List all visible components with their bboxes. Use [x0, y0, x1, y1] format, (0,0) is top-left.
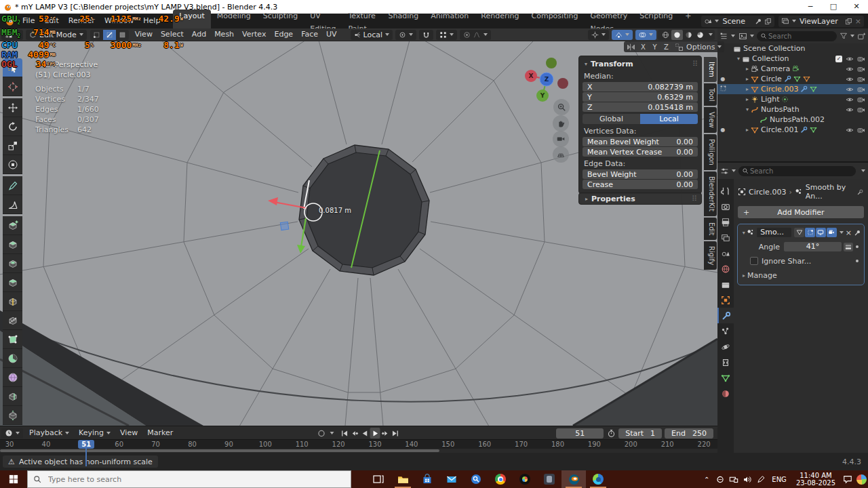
modifier-editmode-toggle[interactable]	[805, 228, 815, 237]
pivot-dropdown[interactable]	[395, 30, 416, 40]
hide-eye-icon[interactable]	[846, 96, 854, 104]
hide-eye-icon[interactable]	[846, 65, 854, 73]
next-keyframe-button[interactable]	[380, 428, 391, 439]
tool-spin[interactable]	[3, 349, 22, 368]
disable-render-icon[interactable]	[857, 85, 865, 94]
properties-search-input[interactable]	[749, 167, 799, 176]
viewlayer-selector[interactable]: ViewLayer ×	[778, 16, 864, 27]
outliner-item-circle-003[interactable]: ▸Circle.003	[717, 84, 868, 94]
n-panel-tab-view[interactable]: View	[704, 107, 717, 133]
taskbar-search[interactable]	[27, 470, 351, 488]
disable-render-icon[interactable]	[857, 65, 865, 73]
tool-extrude-region[interactable]	[3, 235, 22, 254]
tool-select-box[interactable]	[3, 58, 22, 77]
viewport-menu-uv[interactable]: UV	[322, 28, 341, 41]
pan-button[interactable]	[553, 115, 569, 131]
properties-tab-viewlayer[interactable]	[717, 230, 734, 245]
timeline-ruler[interactable]: 3040607080901001101201301401501601701801…	[0, 439, 717, 449]
timeline-editor-button[interactable]	[1, 428, 23, 439]
outliner-item-collection[interactable]: ▾Collection✓	[717, 54, 868, 64]
auto-key-button[interactable]	[317, 429, 326, 438]
field-bevel-weight[interactable]: Bevel Weight0.00	[583, 169, 698, 179]
tool-knife[interactable]	[3, 311, 22, 330]
outliner-search-input[interactable]	[767, 32, 817, 41]
taskbar-app-task-view[interactable]	[366, 470, 391, 488]
viewport-menu-view[interactable]: View	[131, 28, 157, 41]
tool-add-cube[interactable]	[3, 216, 22, 235]
edge-select-button[interactable]	[103, 30, 116, 40]
language-indicator[interactable]: ENG	[772, 476, 787, 483]
ignore-animate-dot[interactable]	[856, 260, 859, 262]
taskbar-app-store[interactable]	[415, 470, 439, 488]
properties-tab-tool[interactable]	[717, 183, 734, 199]
timeline-menu-playback[interactable]: Playback	[24, 426, 74, 440]
orientation-dropdown[interactable]: Local	[351, 30, 393, 40]
copy-icon[interactable]	[845, 18, 852, 25]
pin-icon[interactable]	[755, 18, 762, 25]
mirror-x-button[interactable]: X	[638, 43, 648, 52]
tray-app-icon[interactable]	[713, 475, 727, 484]
modifier-expand-icon[interactable]: ▾	[741, 230, 747, 236]
remove-viewlayer-icon[interactable]: ×	[855, 17, 861, 26]
mode-dropdown[interactable]: Edit Mode	[26, 30, 87, 40]
display-icon[interactable]	[727, 475, 741, 484]
show-gizmo-dropdown[interactable]	[588, 30, 609, 40]
tool-scale[interactable]	[3, 136, 22, 155]
hide-eye-icon[interactable]	[846, 106, 854, 114]
properties-tab-render[interactable]	[717, 199, 734, 214]
viewport-menu-edge[interactable]: Edge	[270, 28, 297, 41]
taskbar-app-chrome[interactable]	[488, 470, 513, 488]
tool-move[interactable]	[3, 98, 22, 117]
tool-transform[interactable]	[3, 155, 22, 174]
tool-loop-cut[interactable]	[3, 292, 22, 311]
taskbar-app-search-app[interactable]	[464, 470, 488, 488]
blender-menu-icon[interactable]	[5, 16, 15, 26]
n-panel-tab-tool[interactable]: Tool	[704, 83, 717, 106]
properties-tab-collection[interactable]	[717, 277, 734, 292]
play-button[interactable]	[370, 428, 380, 439]
taskbar-search-input[interactable]	[47, 474, 253, 485]
hide-eye-icon[interactable]	[846, 126, 854, 134]
outliner-display-mode-icon[interactable]	[719, 32, 728, 41]
properties-subpanel[interactable]: ▸Properties ⠿	[578, 192, 702, 205]
clock[interactable]: 11:40 AM 23-08-2025	[796, 472, 835, 487]
notifications-icon[interactable]	[841, 474, 854, 484]
angle-animate-dot[interactable]	[856, 245, 859, 248]
disable-render-icon[interactable]	[857, 106, 865, 114]
n-panel-tab-edit[interactable]: Edit	[704, 218, 717, 240]
modifier-name-field[interactable]: Smo...	[757, 228, 791, 237]
properties-tab-world[interactable]	[717, 261, 734, 277]
ignore-sharpness-checkbox[interactable]	[750, 257, 758, 265]
properties-tab-physics[interactable]	[717, 339, 734, 354]
mirror-y-button[interactable]: Y	[650, 43, 660, 52]
properties-tab-output[interactable]	[717, 214, 734, 230]
outliner-item-camera[interactable]: ▸Camera	[717, 64, 868, 74]
outliner-item-nurbspath[interactable]: ▾NurbsPath	[717, 104, 868, 115]
playhead[interactable]: 51	[78, 440, 94, 449]
shading-wireframe-button[interactable]	[660, 30, 671, 40]
collection-checkbox[interactable]: ✓	[835, 56, 842, 62]
disable-render-icon[interactable]	[857, 126, 865, 134]
disable-render-icon[interactable]	[857, 75, 865, 83]
snap-toggle[interactable]	[419, 30, 433, 40]
breadcrumb-modifier[interactable]: Smooth by An...	[806, 183, 856, 201]
snap-settings-dropdown[interactable]	[436, 30, 457, 40]
breadcrumb-object[interactable]: Circle.003	[749, 188, 786, 197]
modifier-pin-icon[interactable]	[854, 229, 861, 237]
filter-icon[interactable]	[840, 32, 848, 40]
field-crease[interactable]: Crease0.00	[583, 180, 698, 189]
menu-file[interactable]: File	[18, 14, 39, 28]
tool-poly-build[interactable]	[3, 330, 22, 349]
taskbar-app-mail[interactable]	[439, 470, 464, 488]
pen-icon[interactable]	[754, 475, 768, 484]
proportional-edit-toggle[interactable]	[460, 30, 491, 40]
tool-inset-faces[interactable]	[3, 254, 22, 273]
close-button[interactable]: ✕	[845, 0, 868, 14]
properties-tab-data[interactable]	[717, 370, 734, 386]
local-button[interactable]: Local	[640, 114, 698, 124]
shading-rendered-button[interactable]	[694, 30, 706, 40]
tool-cursor[interactable]	[3, 77, 22, 96]
viewport-menu-vertex[interactable]: Vertex	[238, 28, 270, 41]
outliner-item-scene-collection[interactable]: Scene Collection	[717, 43, 868, 54]
end-frame-field[interactable]: End250	[665, 428, 713, 439]
